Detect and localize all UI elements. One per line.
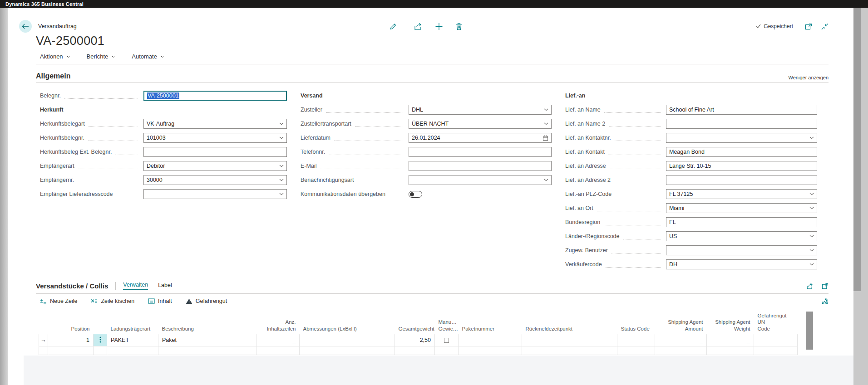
column-header-abmessungen[interactable]: Abmessungen (LxBxH) [300, 312, 395, 334]
scrollbar-thumb[interactable] [853, 8, 861, 291]
field-telefonnr[interactable] [409, 147, 552, 157]
tab-verwalten[interactable]: Verwalten [123, 282, 148, 290]
cell-beschreibung[interactable]: Paket [158, 334, 256, 346]
field-bundesregion[interactable]: FL [666, 217, 817, 227]
cell-anz_inhaltszeilen[interactable] [256, 346, 300, 355]
share-icon[interactable] [414, 23, 422, 30]
popout-icon[interactable] [805, 23, 812, 30]
field-zustellertransportart[interactable]: ÜBER NACHT [409, 119, 552, 129]
cell-rueckmeldezeitpunkt[interactable] [522, 334, 617, 346]
column-header-status_code[interactable]: Status Code [617, 312, 655, 334]
column-header-position[interactable]: Position [48, 312, 94, 334]
column-header-gesamtgewicht[interactable]: Gesamtgewicht [395, 312, 435, 334]
row-menu-cell[interactable] [94, 346, 107, 355]
tab-label[interactable]: Label [158, 282, 172, 290]
cell-rueckmeldezeitpunkt[interactable] [522, 346, 617, 355]
field-row: Lief. an KontaktMeagan Bond [565, 147, 817, 157]
collapse-icon[interactable] [821, 23, 829, 30]
cell-ladungstraegerart[interactable] [107, 346, 158, 355]
cell-shipping_agent_amount[interactable] [655, 346, 707, 355]
cell-position[interactable]: 1 [48, 334, 94, 346]
show-less-link[interactable]: Weniger anzeigen [789, 75, 829, 80]
field-label-text: Lief. an Name [565, 107, 601, 113]
cell-shipping_agent_weight[interactable] [707, 346, 754, 355]
left-edge-strip [0, 8, 8, 385]
cell-paketnummer[interactable] [459, 346, 522, 355]
menu-berichte[interactable]: Berichte [87, 53, 116, 60]
row-indicator-cell[interactable] [39, 346, 48, 355]
share-icon[interactable] [806, 283, 814, 289]
field-belegnr[interactable]: VA-2500001 [143, 91, 287, 101]
cell-abmessungen[interactable] [300, 346, 395, 355]
cell-gefahrengut_un_code[interactable] [754, 346, 798, 355]
field-empfängernr[interactable]: 30000 [143, 175, 287, 185]
field-zusteller[interactable]: DHL [409, 105, 552, 115]
field-herkunftsbeleg-ext-belegnr[interactable] [143, 147, 287, 157]
column-header-manu_gewicht[interactable]: Manu… Gewic… [435, 312, 459, 334]
page-scrollbar[interactable] [853, 8, 868, 385]
cell-gesamtgewicht[interactable] [395, 346, 435, 355]
new-line-button[interactable]: Neue Zeile [40, 298, 77, 304]
field-lief-an-kontakt[interactable]: Meagan Bond [666, 147, 817, 157]
cell-status_code[interactable] [617, 334, 655, 346]
popout-icon[interactable] [822, 283, 829, 289]
cell-abmessungen[interactable] [300, 334, 395, 346]
cell-ladungstraegerart[interactable]: PAKET [107, 334, 158, 346]
field-lief-an-name[interactable]: School of Fine Art [666, 105, 817, 115]
field-benachrichtigungsart[interactable] [409, 175, 552, 185]
cell-gefahrengut_un_code[interactable] [754, 334, 798, 346]
toggle-kommunikationsdaten-übergeben[interactable] [409, 191, 422, 198]
cell-manu-gewicht[interactable] [435, 346, 459, 355]
field-lief-an-kontaktnr[interactable] [666, 133, 817, 143]
cell-shipping_agent_amount[interactable]: _ [655, 334, 707, 346]
field-herkunftsbelegart[interactable]: VK-Auftrag [143, 119, 287, 129]
field-lief-an-plz-code[interactable]: FL 37125 [666, 189, 817, 199]
field-value: FL 37125 [669, 191, 693, 197]
checkbox-manu-gewicht[interactable] [444, 338, 449, 343]
field-herkunftsbelegnr[interactable]: 101003 [143, 133, 287, 143]
cell-status_code[interactable] [617, 346, 655, 355]
row-indicator-cell[interactable]: → [39, 334, 48, 346]
column-header-shipping_agent_weight[interactable]: Shipping Agent Weight [707, 312, 754, 334]
cell-gesamtgewicht[interactable]: 2,50 [395, 334, 435, 346]
dotted-leader [612, 247, 661, 253]
column-header-beschreibung[interactable]: Beschreibung [158, 312, 256, 334]
content-button[interactable]: Inhalt [148, 298, 172, 304]
field-empfänger-lieferadresscode[interactable] [143, 189, 287, 199]
menu-automate[interactable]: Automate [132, 53, 164, 60]
hazard-button[interactable]: Gefahrengut [186, 298, 227, 304]
field-label: Empfänger Lieferadresscode [40, 191, 143, 197]
field-verkäufercode[interactable]: DH [666, 259, 817, 269]
column-header-shipping_agent_amount[interactable]: Shipping Agent Amount [655, 312, 707, 334]
field-lief-an-adresse-2[interactable] [666, 175, 817, 185]
edit-pencil-icon[interactable] [385, 19, 401, 34]
field-lief-an-ort[interactable]: Miami [666, 203, 817, 213]
delete-icon[interactable] [455, 23, 462, 30]
column-header-ladungstraegerart[interactable]: Ladungsträgerart [107, 312, 158, 334]
cell-paketnummer[interactable] [459, 334, 522, 346]
field-länder-regionscode[interactable]: US [666, 231, 817, 241]
field-lieferdatum[interactable]: 26.01.2024 [409, 133, 552, 143]
row-menu-cell[interactable] [94, 334, 107, 346]
field-zugew-benutzer[interactable] [666, 245, 817, 255]
column-header-rueckmeldezeitpunkt[interactable]: Rückmeldezeitpunkt [522, 312, 617, 334]
pin-off-icon[interactable] [821, 297, 829, 305]
field-row: Lief. an Adresse 2 [565, 175, 817, 185]
field-e-mail[interactable] [409, 161, 552, 171]
grid-scrollbar[interactable] [806, 312, 813, 350]
menu-aktionen[interactable]: Aktionen [40, 53, 70, 60]
field-empfängerart[interactable]: Debitor [143, 161, 287, 171]
cell-beschreibung[interactable] [158, 346, 256, 355]
cell-position[interactable] [48, 346, 94, 355]
field-lief-an-name-2[interactable] [666, 119, 817, 129]
delete-line-button[interactable]: Zeile löschen [91, 298, 134, 304]
back-button[interactable] [19, 20, 32, 33]
column-header-gefahrengut_un_code[interactable]: Gefahrengut UN Code [754, 312, 798, 334]
cell-manu-gewicht[interactable] [435, 334, 459, 346]
column-header-anz_inhaltszeilen[interactable]: Anz. Inhaltszeilen [256, 312, 300, 334]
cell-anz_inhaltszeilen[interactable]: _ [256, 334, 300, 346]
field-lief-an-adresse[interactable]: Lange Str. 10-15 [666, 161, 817, 171]
column-header-paketnummer[interactable]: Paketnummer [459, 312, 522, 334]
add-new-icon[interactable] [435, 23, 443, 30]
cell-shipping_agent_weight[interactable]: _ [707, 334, 754, 346]
